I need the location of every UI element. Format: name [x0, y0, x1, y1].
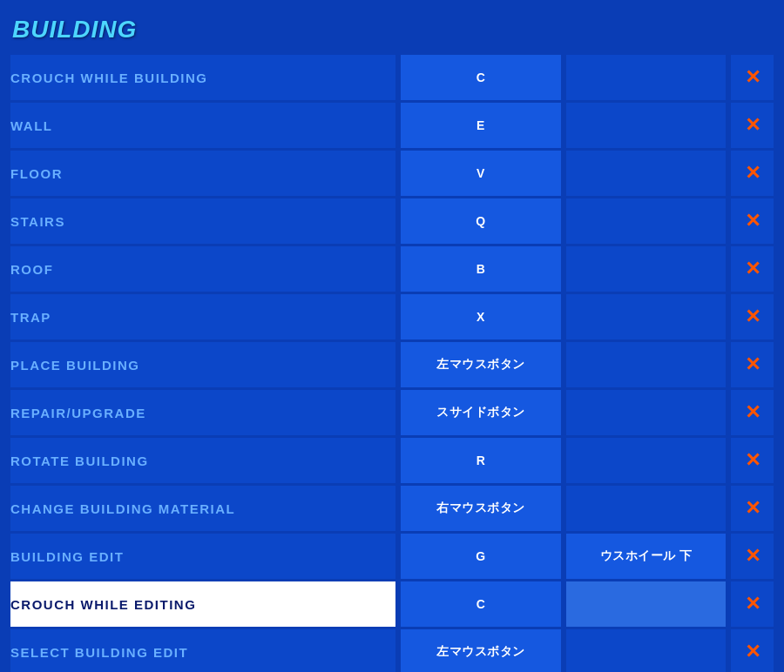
key1-building-edit[interactable]: G	[401, 534, 561, 579]
key2-roof[interactable]	[566, 246, 727, 292]
action-label-select-building-edit: SELECT BUILDING EDIT	[9, 629, 395, 672]
key2-crouch-while-editing[interactable]	[566, 581, 727, 627]
action-label-rotate-building: ROTATE BUILDING	[9, 438, 395, 483]
key1-stairs[interactable]: Q	[401, 198, 561, 244]
section-title: BUILDING	[9, 9, 775, 52]
delete-icon-trap[interactable]: ✕	[745, 306, 760, 327]
delete-icon-change-building-material[interactable]: ✕	[745, 497, 760, 519]
key2-floor[interactable]	[566, 151, 727, 196]
action-label-stairs: STAIRS	[9, 198, 395, 244]
table-row-trap: TRAPX✕	[9, 294, 775, 339]
key1-change-building-material[interactable]: 右マウスボタン	[401, 486, 561, 531]
delete-icon-stairs[interactable]: ✕	[745, 210, 760, 232]
action-label-roof: ROOF	[9, 246, 395, 292]
key1-crouch-while-editing[interactable]: C	[401, 581, 561, 627]
delete-cell-floor: ✕	[731, 151, 775, 196]
delete-icon-rotate-building[interactable]: ✕	[745, 449, 760, 471]
action-label-crouch-while-building: CROUCH WHILE BUILDING	[9, 55, 395, 100]
key1-floor[interactable]: V	[401, 151, 561, 196]
delete-cell-trap: ✕	[731, 294, 775, 339]
action-label-floor: FLOOR	[9, 151, 395, 196]
delete-icon-crouch-while-building[interactable]: ✕	[745, 66, 760, 88]
delete-cell-repair-upgrade: ✕	[731, 390, 775, 435]
table-row-change-building-material: CHANGE BUILDING MATERIAL右マウスボタン✕	[9, 486, 775, 531]
delete-cell-building-edit: ✕	[731, 534, 775, 579]
delete-cell-stairs: ✕	[731, 198, 775, 244]
action-label-trap: TRAP	[9, 294, 395, 339]
table-row-roof: ROOFB✕	[9, 246, 775, 292]
key2-building-edit[interactable]: ウスホイール 下	[566, 534, 727, 579]
action-label-wall: WALL	[9, 103, 395, 148]
action-label-building-edit: BUILDING EDIT	[9, 534, 395, 579]
key2-rotate-building[interactable]	[566, 438, 727, 483]
table-row-building-edit: BUILDING EDITGウスホイール 下✕	[9, 534, 775, 579]
keybind-table: CROUCH WHILE BUILDINGC✕WALLE✕FLOORV✕STAI…	[9, 52, 775, 672]
key2-crouch-while-building[interactable]	[566, 55, 727, 100]
delete-cell-rotate-building: ✕	[731, 438, 775, 483]
table-row-select-building-edit: SELECT BUILDING EDIT左マウスボタン✕	[9, 629, 775, 672]
delete-icon-roof[interactable]: ✕	[745, 258, 760, 279]
action-label-crouch-while-editing: CROUCH WHILE EDITING	[9, 581, 395, 627]
key1-select-building-edit[interactable]: 左マウスボタン	[401, 629, 561, 672]
table-row-repair-upgrade: REPAIR/UPGRADEスサイドボタン✕	[9, 390, 775, 435]
table-row-place-building: PLACE BUILDING左マウスボタン✕	[9, 342, 775, 387]
key1-roof[interactable]: B	[401, 246, 561, 292]
delete-icon-select-building-edit[interactable]: ✕	[745, 641, 760, 662]
delete-cell-wall: ✕	[731, 103, 775, 148]
table-row-crouch-while-editing: CROUCH WHILE EDITINGC✕	[9, 581, 775, 627]
key1-trap[interactable]: X	[401, 294, 561, 339]
key2-stairs[interactable]	[566, 198, 727, 244]
table-row-crouch-while-building: CROUCH WHILE BUILDINGC✕	[9, 55, 775, 100]
key1-crouch-while-building[interactable]: C	[401, 55, 561, 100]
key2-select-building-edit[interactable]	[566, 629, 727, 672]
key2-change-building-material[interactable]	[566, 486, 727, 531]
delete-icon-place-building[interactable]: ✕	[745, 353, 760, 375]
delete-cell-change-building-material: ✕	[731, 486, 775, 531]
delete-icon-crouch-while-editing[interactable]: ✕	[745, 593, 760, 615]
delete-cell-crouch-while-building: ✕	[731, 55, 775, 100]
table-row-floor: FLOORV✕	[9, 151, 775, 196]
key1-repair-upgrade[interactable]: スサイドボタン	[401, 390, 561, 435]
delete-cell-crouch-while-editing: ✕	[731, 581, 775, 627]
key2-place-building[interactable]	[566, 342, 727, 387]
key2-repair-upgrade[interactable]	[566, 390, 727, 435]
key2-wall[interactable]	[566, 103, 727, 148]
delete-icon-wall[interactable]: ✕	[745, 114, 760, 136]
delete-cell-place-building: ✕	[731, 342, 775, 387]
key1-rotate-building[interactable]: R	[401, 438, 561, 483]
table-row-rotate-building: ROTATE BUILDINGR✕	[9, 438, 775, 483]
action-label-repair-upgrade: REPAIR/UPGRADE	[9, 390, 395, 435]
key1-place-building[interactable]: 左マウスボタン	[401, 342, 561, 387]
key2-trap[interactable]	[566, 294, 727, 339]
action-label-place-building: PLACE BUILDING	[9, 342, 395, 387]
delete-icon-building-edit[interactable]: ✕	[745, 545, 760, 567]
delete-cell-roof: ✕	[731, 246, 775, 292]
table-row-stairs: STAIRSQ✕	[9, 198, 775, 244]
action-label-change-building-material: CHANGE BUILDING MATERIAL	[9, 486, 395, 531]
table-row-wall: WALLE✕	[9, 103, 775, 148]
delete-icon-repair-upgrade[interactable]: ✕	[745, 401, 760, 423]
delete-icon-floor[interactable]: ✕	[745, 162, 760, 184]
key1-wall[interactable]: E	[401, 103, 561, 148]
delete-cell-select-building-edit: ✕	[731, 629, 775, 672]
